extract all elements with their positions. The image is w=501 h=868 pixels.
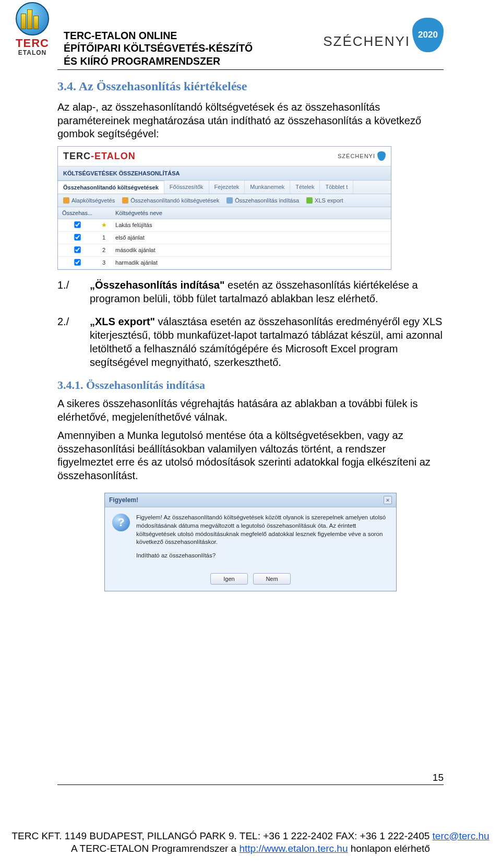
pin-icon	[377, 151, 386, 161]
page-footer: TERC KFT. 1149 BUDAPEST, PILLANGÓ PARK 9…	[0, 830, 501, 855]
row-name: harmadik ajánlat	[111, 256, 391, 269]
dialog-body-text: Figyelem! Az összehasonlítandó költségve…	[136, 514, 389, 546]
num-2-bold: „XLS export"	[90, 316, 155, 327]
numbered-item-2: 2./ „XLS export" választása esetén az ös…	[57, 315, 444, 369]
tab-fejezetek[interactable]: Fejezetek	[209, 181, 245, 194]
heading-341: 3.4.1. Összehasonlítás indítása	[57, 378, 444, 392]
app-badge-mini-label: SZÉCHENYI	[338, 153, 375, 159]
toolbar-osszehasonlitando[interactable]: Összehasonlítandó költségvetések	[122, 197, 219, 204]
app-logo: TERC-ETALON	[63, 151, 136, 162]
dialog-title: Figyelem!	[109, 496, 138, 504]
play-icon	[226, 197, 233, 204]
star-icon: ★	[101, 221, 107, 229]
compare-table: Összehas... Költségvetés neve ★ Lakás fe…	[58, 207, 391, 269]
page-number: 15	[57, 772, 444, 785]
row-checkbox[interactable]	[74, 259, 80, 265]
app-badge-mini: SZÉCHENYI	[338, 151, 386, 161]
footer-line1-text: TERC KFT. 1149 BUDAPEST, PILLANGÓ PARK 9…	[11, 830, 432, 841]
app-logo-right: ETALON	[94, 151, 136, 161]
szechenyi-label: SZÉCHENYI	[323, 33, 410, 50]
terc-logo: TERC ETALON	[7, 2, 57, 60]
p-341-2: Amennyiben a Munka legutolsó mentése óta…	[57, 429, 444, 482]
row-name: Lakás felújítás	[111, 219, 391, 231]
header-title-line1: TERC-ETALON ONLINE	[64, 29, 317, 42]
doc-icon	[63, 197, 69, 204]
tab-foosszesitok[interactable]: Főösszesítők	[164, 181, 209, 194]
table-row[interactable]: 3 harmadik ajánlat	[58, 256, 391, 269]
doc-icon	[122, 197, 128, 204]
row-checkbox[interactable]	[74, 221, 80, 228]
page-header: TERC ETALON TERC-ETALON ONLINE ÉPÍTŐIPAR…	[57, 16, 444, 70]
table-row[interactable]: ★ Lakás felújítás	[58, 219, 391, 231]
table-row[interactable]: 1 első ajánlat	[58, 231, 391, 244]
dialog-no-button[interactable]: Nem	[253, 573, 291, 585]
screenshot-compare-grid: TERC-ETALON SZÉCHENYI KÖLTSÉGVETÉSEK ÖSS…	[57, 146, 391, 270]
col-osszehas: Összehas...	[58, 207, 97, 219]
confirm-dialog: Figyelem! × ? Figyelem! Az összehasonlít…	[104, 493, 397, 591]
heading-34: 3.4. Az Összehasonlítás kiértékelése	[57, 79, 444, 93]
toolbar-inditas-label: Összehasonlítás indítása	[235, 197, 299, 204]
intro-34: Az alap-, az összehasonlítandó költségve…	[57, 101, 444, 141]
terc-logo-brand: TERC	[8, 37, 56, 50]
row-checkbox[interactable]	[74, 246, 80, 253]
p-341-1: A sikeres összehasonlítás végrehajtás ha…	[57, 397, 444, 424]
numbered-item-1: 1./ „Összehasonlítás indítása" esetén az…	[57, 278, 444, 305]
num-2: 2./	[57, 315, 73, 369]
question-icon: ?	[112, 514, 130, 531]
panel-title: KÖLTSÉGVETÉSEK ÖSSZEHASONLÍTÁSA	[58, 167, 391, 181]
toolbar-alap-label: Alapköltségvetés	[71, 197, 115, 204]
row-idx: 2	[97, 244, 111, 256]
table-row[interactable]: 2 második ajánlat	[58, 244, 391, 256]
row-name: első ajánlat	[111, 231, 391, 244]
szechenyi-badge: SZÉCHENYI 2020	[323, 16, 444, 52]
tab-tetelek[interactable]: Tételek	[290, 181, 320, 194]
row-name: második ajánlat	[111, 244, 391, 256]
header-title-line3: ÉS KIÍRÓ PROGRAMRENDSZER	[64, 55, 317, 67]
tab-osszehas[interactable]: Összehasonlítandó költségvetések	[58, 181, 164, 194]
header-title-line2: ÉPÍTŐIPARI KÖLTSÉGVETÉS-KÉSZÍTŐ	[64, 42, 317, 54]
tab-munkanemek[interactable]: Munkanemek	[245, 181, 290, 194]
footer-line2-pre: A TERC-ETALON Programrendszer a	[71, 843, 239, 854]
app-logo-left: TERC	[63, 151, 91, 161]
row-checkbox[interactable]	[74, 234, 80, 240]
footer-email-link[interactable]: terc@terc.hu	[433, 830, 490, 841]
toolbar-alapkoltsegvetes[interactable]: Alapköltségvetés	[63, 197, 115, 204]
num-1-bold: „Összehasonlítás indítása"	[90, 279, 224, 291]
col-name: Költségvetés neve	[111, 207, 391, 219]
row-idx: 1	[97, 231, 111, 244]
toolbar-inditas[interactable]: Összehasonlítás indítása	[226, 197, 299, 204]
terc-logo-sub: ETALON	[8, 49, 56, 56]
dialog-yes-button[interactable]: Igen	[210, 573, 248, 585]
col-idx	[97, 207, 111, 219]
footer-url-link[interactable]: http://www.etalon.terc.hu	[239, 843, 348, 854]
toolbar-xls-label: XLS export	[315, 197, 343, 204]
tabs-row: Összehasonlítandó költségvetések Főössze…	[58, 181, 391, 194]
dialog-question: Indítható az összehasonlítás?	[136, 552, 389, 560]
tab-tobblet[interactable]: Többlet t	[320, 181, 353, 194]
row-idx: 3	[97, 256, 111, 269]
toolbar-osszehas-label: Összehasonlítandó költségvetések	[130, 197, 219, 204]
num-1: 1./	[57, 278, 73, 305]
toolbar-xls-export[interactable]: XLS export	[306, 197, 343, 204]
close-icon[interactable]: ×	[384, 496, 392, 504]
xls-icon	[306, 197, 313, 204]
footer-line2-post: honlapon elérhető	[348, 843, 430, 854]
szechenyi-year: 2020	[412, 18, 444, 52]
